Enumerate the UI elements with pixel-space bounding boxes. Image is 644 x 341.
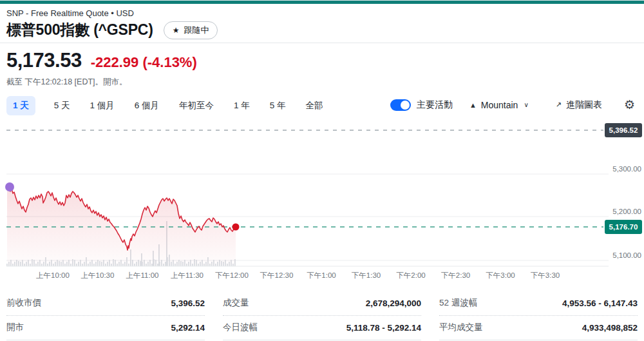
gear-icon[interactable]: ⚙	[624, 97, 635, 112]
quote-timestamp: 截至 下午12:02:18 [EDT]。開市。	[6, 77, 128, 88]
chart-type-value: Mountain	[481, 100, 518, 110]
range-tab-1m[interactable]: 1 個月	[89, 96, 116, 115]
chevron-down-icon: ∨	[524, 101, 528, 108]
stat-open: 開市5,292.14	[6, 316, 205, 340]
range-tab-ytd[interactable]: 年初至今	[178, 96, 215, 115]
stat-prev-close: 前收市價5,396.52	[6, 291, 205, 316]
current-price: 5,173.53	[6, 49, 82, 72]
follow-button[interactable]: ★ 跟隨中	[164, 21, 218, 39]
x-axis-label: 下午2:30	[441, 271, 470, 279]
page-title: 標普500指數 (^GSPC)	[6, 20, 153, 40]
y-axis-label: 5,100.00	[612, 251, 641, 259]
stat-days-range: 今日波幅5,118.78 - 5,292.14	[223, 316, 421, 340]
session-start-dot	[5, 182, 14, 191]
price-chart[interactable]: 5,300.005,200.005,100.005,396.525,176.70…	[0, 119, 644, 287]
stat-volume: 成交量2,678,294,000	[223, 291, 421, 316]
range-tab-all[interactable]: 全部	[305, 96, 325, 115]
advanced-chart-button[interactable]: ↗ 進階圖表	[556, 99, 602, 111]
latest-price-dot	[232, 224, 240, 231]
x-axis-label: 下午3:30	[531, 271, 560, 279]
range-tab-5y[interactable]: 5 年	[269, 96, 287, 115]
x-axis-label: 上午11:30	[171, 271, 204, 279]
range-tab-1y[interactable]: 1 年	[232, 96, 251, 115]
price-change: -222.99 (-4.13%)	[91, 54, 197, 71]
range-tab-6m[interactable]: 6 個月	[133, 96, 160, 115]
stat-avg-volume: 平均成交量4,933,498,852	[439, 316, 638, 340]
chart-type-dropdown[interactable]: ▲ Mountain ∨	[469, 100, 529, 110]
range-tab-5d[interactable]: 5 天	[53, 96, 71, 115]
key-events-label: 主要活動	[417, 99, 453, 111]
exchange-info: SNP - Free Realtime Quote • USD	[6, 8, 134, 18]
key-events-toggle[interactable]	[390, 99, 411, 111]
x-axis-label: 上午11:00	[126, 271, 159, 279]
x-axis-label: 下午3:00	[486, 271, 515, 279]
x-axis-label: 下午1:30	[352, 271, 381, 279]
range-tab-1d[interactable]: 1 天	[6, 96, 35, 115]
star-icon: ★	[173, 26, 180, 35]
key-statistics: 前收市價5,396.52 成交量2,678,294,000 52 週波幅4,95…	[6, 291, 638, 340]
header-divider	[0, 43, 644, 43]
stat-52wk-range: 52 週波幅4,953.56 - 6,147.43	[439, 291, 638, 316]
price-area-fill	[7, 188, 236, 266]
mountain-icon: ▲	[469, 101, 477, 109]
x-axis-label: 下午12:00	[215, 271, 249, 279]
x-axis-label: 上午10:30	[81, 271, 115, 279]
previous-close-badge-label: 5,396.52	[609, 126, 638, 134]
chart-area: 5,300.005,200.005,100.005,396.525,176.70…	[0, 119, 644, 287]
time-range-tabs: 1 天 5 天 1 個月 6 個月 年初至今 1 年 5 年 全部	[6, 96, 325, 115]
expand-icon: ↗	[556, 101, 562, 109]
x-axis-label: 下午1:00	[307, 271, 336, 279]
page-top-accent-bar	[0, 0, 644, 4]
x-axis-label: 上午10:00	[36, 271, 70, 279]
y-axis-label: 5,200.00	[612, 208, 641, 215]
advanced-chart-label: 進階圖表	[566, 99, 602, 111]
x-axis-label: 下午2:00	[396, 271, 425, 279]
toggle-knob	[401, 101, 410, 110]
x-axis-label: 下午12:30	[260, 271, 294, 279]
current-price-badge-label: 5,176.70	[609, 223, 638, 231]
y-axis-label: 5,300.00	[612, 165, 641, 173]
follow-button-label: 跟隨中	[184, 24, 209, 36]
